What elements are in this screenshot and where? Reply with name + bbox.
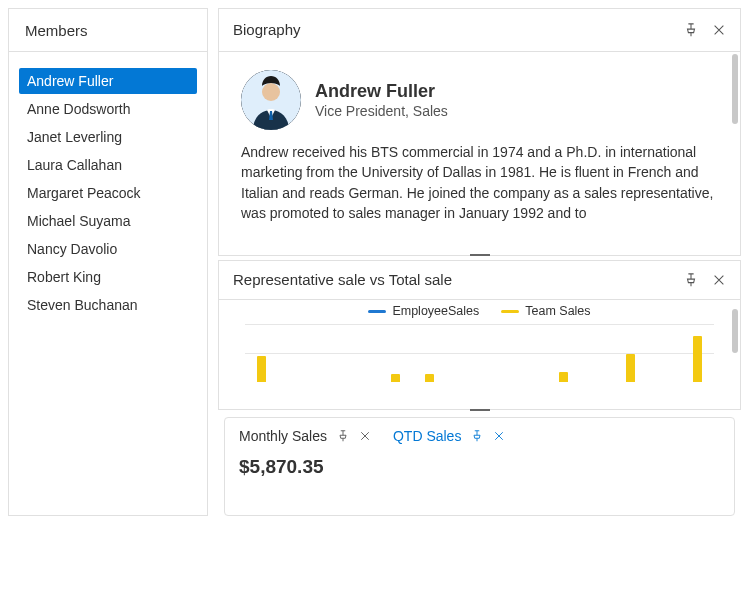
- member-item-steven-buchanan[interactable]: Steven Buchanan: [19, 292, 197, 318]
- bar-slot: [681, 336, 714, 382]
- member-item-janet-leverling[interactable]: Janet Leverling: [19, 124, 197, 150]
- chart-plot: [219, 324, 740, 382]
- chart-panel: Representative sale vs Total sale Employ…: [218, 260, 741, 410]
- team-bar[interactable]: [257, 356, 266, 382]
- bar-slot: [413, 374, 446, 382]
- member-item-andrew-fuller[interactable]: Andrew Fuller: [19, 68, 197, 94]
- person-name: Andrew Fuller: [315, 81, 448, 102]
- member-label: Nancy Davolio: [27, 241, 117, 257]
- team-bar[interactable]: [391, 374, 400, 382]
- bar-slot: [245, 356, 278, 382]
- close-icon[interactable]: [359, 430, 371, 442]
- member-item-michael-suyama[interactable]: Michael Suyama: [19, 208, 197, 234]
- close-icon[interactable]: [712, 273, 726, 287]
- member-item-laura-callahan[interactable]: Laura Callahan: [19, 152, 197, 178]
- scrollbar[interactable]: [732, 54, 738, 124]
- member-label: Steven Buchanan: [27, 297, 138, 313]
- member-item-robert-king[interactable]: Robert King: [19, 264, 197, 290]
- svg-point-1: [262, 83, 280, 101]
- tab-label: Monthly Sales: [239, 428, 327, 444]
- chart-panel-header: Representative sale vs Total sale: [219, 261, 740, 300]
- splitter-horizontal[interactable]: [218, 250, 741, 260]
- member-item-nancy-davolio[interactable]: Nancy Davolio: [19, 236, 197, 262]
- member-label: Janet Leverling: [27, 129, 122, 145]
- pin-icon[interactable]: [337, 430, 349, 442]
- biography-body: Andrew Fuller Vice President, Sales Andr…: [219, 52, 740, 231]
- tabstrip: Monthly Sales QTD Sales: [225, 418, 734, 454]
- member-label: Michael Suyama: [27, 213, 131, 229]
- biography-panel: Biography: [218, 8, 741, 256]
- sidebar-title: Members: [9, 9, 207, 52]
- member-label: Margaret Peacock: [27, 185, 141, 201]
- person-role: Vice President, Sales: [315, 103, 448, 119]
- biography-text: Andrew received his BTS commercial in 19…: [241, 142, 718, 223]
- member-label: Laura Callahan: [27, 157, 122, 173]
- members-sidebar: Members Andrew Fuller Anne Dodsworth Jan…: [8, 8, 208, 516]
- team-bar[interactable]: [693, 336, 702, 382]
- member-label: Robert King: [27, 269, 101, 285]
- splitter-horizontal[interactable]: [218, 405, 741, 415]
- close-icon[interactable]: [493, 430, 505, 442]
- legend-swatch-blue: [368, 310, 386, 313]
- bar-slot: [614, 354, 647, 382]
- tab-qtd-sales[interactable]: QTD Sales: [393, 428, 505, 444]
- bar-slot: [379, 374, 412, 382]
- chart-legend: EmployeeSales Team Sales: [219, 300, 740, 324]
- team-bar[interactable]: [425, 374, 434, 382]
- member-label: Andrew Fuller: [27, 73, 113, 89]
- members-list: Andrew Fuller Anne Dodsworth Janet Lever…: [9, 52, 207, 330]
- sales-tabs-panel: Monthly Sales QTD Sales: [224, 417, 735, 516]
- biography-title: Biography: [233, 21, 684, 38]
- avatar: [241, 70, 301, 130]
- main-area: Biography: [218, 8, 741, 516]
- chart-title: Representative sale vs Total sale: [233, 271, 684, 288]
- pin-icon[interactable]: [684, 23, 698, 37]
- legend-label: EmployeeSales: [392, 304, 479, 318]
- legend-employee[interactable]: EmployeeSales: [368, 304, 479, 318]
- legend-swatch-yellow: [501, 310, 519, 313]
- pin-icon[interactable]: [684, 273, 698, 287]
- close-icon[interactable]: [712, 23, 726, 37]
- legend-team[interactable]: Team Sales: [501, 304, 590, 318]
- member-label: Anne Dodsworth: [27, 101, 131, 117]
- team-bar[interactable]: [626, 354, 635, 382]
- sales-amount: $5,870.35: [225, 454, 734, 492]
- pin-icon[interactable]: [471, 430, 483, 442]
- member-item-anne-dodsworth[interactable]: Anne Dodsworth: [19, 96, 197, 122]
- member-item-margaret-peacock[interactable]: Margaret Peacock: [19, 180, 197, 206]
- team-bar[interactable]: [559, 372, 568, 382]
- biography-panel-header: Biography: [219, 9, 740, 52]
- tab-label: QTD Sales: [393, 428, 461, 444]
- tab-monthly-sales[interactable]: Monthly Sales: [239, 428, 371, 444]
- bar-slot: [547, 372, 580, 382]
- legend-label: Team Sales: [525, 304, 590, 318]
